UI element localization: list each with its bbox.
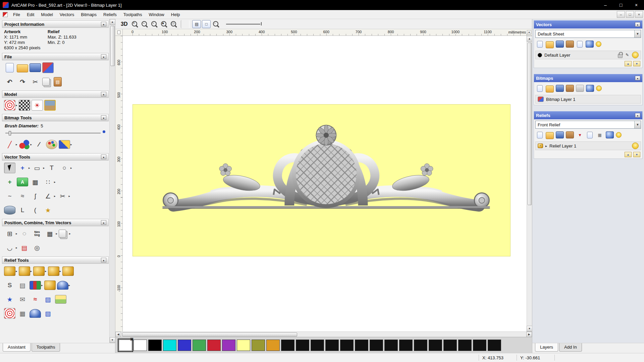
scroll-up-arrow[interactable]: ▲ bbox=[110, 19, 115, 25]
rollup-arrow-icon[interactable]: ▲ bbox=[101, 92, 106, 97]
tab-layers[interactable]: Layers bbox=[535, 343, 558, 352]
star-relief-icon[interactable]: ★ bbox=[4, 294, 15, 305]
palette-swatch[interactable] bbox=[488, 340, 501, 351]
rollup-arrow-icon[interactable]: ▲ bbox=[101, 220, 106, 225]
save-relief-layer-icon[interactable] bbox=[556, 131, 564, 138]
rollup-arrow-icon[interactable]: ▲ bbox=[101, 54, 106, 59]
rollup-arrow-icon[interactable]: ▲ bbox=[101, 115, 106, 120]
node-editing-icon[interactable]: + bbox=[4, 177, 15, 187]
trim-vectors-icon[interactable]: ✂ bbox=[57, 191, 68, 201]
flyout-arrow-icon[interactable]: ▸ bbox=[70, 166, 72, 170]
paint-brush-icon[interactable]: ╱ bbox=[4, 139, 15, 150]
flood-fill-icon[interactable] bbox=[59, 140, 70, 149]
menu-file[interactable]: File bbox=[10, 11, 23, 18]
reliefs-section-header[interactable]: Reliefs ▲ bbox=[534, 111, 642, 119]
scrollbar-thumb[interactable] bbox=[110, 26, 115, 66]
menu-model[interactable]: Model bbox=[38, 11, 56, 18]
zero-relief-icon[interactable] bbox=[62, 266, 74, 276]
lock-layer-icon[interactable] bbox=[618, 54, 623, 58]
sheet-dropdown[interactable]: Default Sheet ▼ bbox=[535, 30, 641, 38]
palette-swatch[interactable] bbox=[384, 340, 398, 351]
two-rail-sweep-icon[interactable]: S bbox=[4, 280, 15, 291]
menu-edit[interactable]: Edit bbox=[23, 11, 38, 18]
palette-swatch[interactable] bbox=[237, 340, 250, 351]
tab-add-in[interactable]: Add In bbox=[559, 343, 582, 352]
close-button[interactable]: × bbox=[629, 0, 644, 10]
section-header-relief-tools[interactable]: Relief Tools ▲ bbox=[2, 256, 109, 264]
palette-swatch[interactable] bbox=[133, 340, 147, 351]
rollup-arrow-icon[interactable]: ▲ bbox=[101, 22, 106, 26]
section-header-position-combine-trim[interactable]: Position, Combine, Trim Vectors ▲ bbox=[2, 219, 109, 226]
smooth-relief-icon[interactable] bbox=[19, 266, 30, 276]
flyout-arrow-icon[interactable]: ▸ bbox=[69, 232, 71, 235]
scroll-left-arrow[interactable]: ◀ bbox=[115, 332, 121, 337]
import-vector-layer-icon[interactable] bbox=[566, 41, 574, 48]
mdi-restore-button[interactable]: □ bbox=[626, 11, 634, 18]
undo-icon[interactable]: ↶ bbox=[4, 76, 15, 87]
copy-icon[interactable] bbox=[42, 78, 50, 86]
paste-array-icon[interactable]: ▦ bbox=[44, 228, 56, 239]
envelope-distort-icon[interactable]: ✉ bbox=[17, 294, 28, 305]
primary-colour-swatch[interactable] bbox=[119, 340, 132, 351]
create-text-icon[interactable]: T bbox=[46, 163, 57, 173]
greyscale-preview-icon[interactable] bbox=[19, 100, 30, 111]
bitmaps-section-header[interactable]: Bitmaps ▲ bbox=[534, 74, 642, 82]
minimize-button[interactable]: – bbox=[598, 0, 613, 10]
slider-track[interactable] bbox=[5, 133, 101, 133]
dropdown-arrow-icon[interactable]: ▼ bbox=[634, 30, 641, 38]
palette-swatch[interactable] bbox=[355, 340, 368, 351]
emboss-relief-icon[interactable] bbox=[57, 281, 68, 290]
open-vector-layer-icon[interactable] bbox=[546, 41, 554, 48]
export-vector-layer-icon[interactable] bbox=[577, 41, 583, 48]
palette-icon[interactable] bbox=[46, 140, 57, 149]
sphere-relief-icon[interactable] bbox=[30, 309, 41, 318]
polyline-icon[interactable]: ∠ bbox=[42, 191, 54, 201]
move-layer-down-button[interactable]: ▼ bbox=[633, 61, 640, 66]
point-array-icon[interactable]: ∷ bbox=[42, 177, 54, 187]
scrollbar-thumb[interactable] bbox=[122, 333, 297, 337]
flyout-arrow-icon[interactable]: ▸ bbox=[31, 143, 32, 146]
new-vector-layer-icon[interactable] bbox=[537, 41, 543, 48]
collapse-section-icon[interactable]: ▲ bbox=[635, 76, 640, 80]
block-copy-icon[interactable]: ⊞ bbox=[4, 228, 15, 239]
drawing-canvas[interactable] bbox=[123, 36, 527, 331]
flyout-arrow-icon[interactable]: ▸ bbox=[54, 180, 56, 184]
group-vectors-icon[interactable] bbox=[59, 230, 66, 238]
expander-arrow-icon[interactable]: ▸ bbox=[545, 144, 547, 148]
rollup-arrow-icon[interactable]: ▲ bbox=[101, 155, 106, 159]
palette-swatch[interactable] bbox=[429, 340, 442, 351]
wave-distort-icon[interactable]: ≈ bbox=[30, 294, 41, 305]
toggle-vector-visibility-icon[interactable]: □ bbox=[202, 20, 211, 28]
flyout-arrow-icon[interactable]: ▸ bbox=[16, 232, 17, 235]
flyout-arrow-icon[interactable]: ▸ bbox=[56, 232, 58, 235]
palette-swatch[interactable] bbox=[311, 340, 324, 351]
edit-layer-icon[interactable]: ✎ bbox=[624, 52, 630, 58]
texture-map-icon[interactable]: ▧ bbox=[42, 308, 54, 319]
open-bitmap-layer-icon[interactable] bbox=[546, 85, 554, 93]
palette-swatch[interactable] bbox=[266, 340, 280, 351]
flyout-arrow-icon[interactable]: ▸ bbox=[69, 284, 70, 287]
relief-dropdown[interactable]: Front Relief ▼ bbox=[535, 121, 641, 129]
section-header-file[interactable]: File ▲ bbox=[2, 53, 109, 60]
new-model-icon[interactable] bbox=[6, 63, 14, 72]
palette-swatch[interactable] bbox=[370, 340, 383, 351]
vertical-scrollbar[interactable]: ▲ ▼ bbox=[527, 36, 532, 331]
fit-arcs-icon[interactable]: ◡ bbox=[4, 242, 15, 253]
mdi-minimize-button[interactable]: – bbox=[617, 11, 625, 18]
grid-icon[interactable]: ▦ bbox=[30, 177, 41, 187]
toggle-all-bitmaps-icon[interactable] bbox=[596, 85, 602, 91]
create-ellipse-icon[interactable]: ○ bbox=[59, 163, 70, 173]
weave-vectors-icon[interactable]: ▤ bbox=[19, 242, 30, 253]
palette-swatch[interactable] bbox=[340, 340, 354, 351]
palette-swatch[interactable] bbox=[281, 340, 294, 351]
transform-vectors-icon[interactable]: + bbox=[17, 163, 28, 173]
merge-bitmap-layer-icon[interactable] bbox=[576, 85, 584, 92]
delete-vector-layer-icon[interactable] bbox=[586, 41, 594, 48]
palette-swatch[interactable] bbox=[207, 340, 221, 351]
collapse-section-icon[interactable]: ▲ bbox=[635, 113, 640, 118]
flyout-arrow-icon[interactable]: ▸ bbox=[41, 284, 43, 287]
move-layer-up-button[interactable]: ▲ bbox=[625, 152, 632, 157]
create-star-icon[interactable]: ★ bbox=[42, 205, 54, 216]
sculpt-relief-icon[interactable] bbox=[33, 266, 45, 276]
layer-visibility-icon[interactable] bbox=[632, 52, 639, 58]
